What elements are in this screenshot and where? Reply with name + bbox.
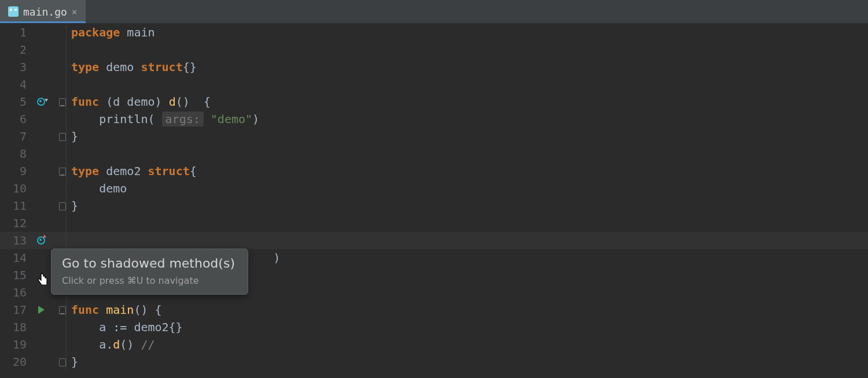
tab-filename: main.go xyxy=(23,6,67,18)
current-line: 13 xyxy=(0,232,868,249)
overriding-method-icon[interactable] xyxy=(37,236,45,244)
tooltip-title: Go to shadowed method(s) xyxy=(62,256,235,270)
overridden-method-icon[interactable] xyxy=(37,98,45,106)
tooltip-description: Click or press ⌘U to navigate xyxy=(62,275,235,286)
fold-icon[interactable] xyxy=(59,98,66,106)
gutter-tooltip: Go to shadowed method(s) Click or press … xyxy=(51,249,248,295)
line-number: 1 xyxy=(0,24,31,41)
gutter[interactable] xyxy=(31,232,67,249)
close-icon[interactable]: × xyxy=(72,6,78,17)
tab-main-go[interactable]: main.go × xyxy=(0,0,86,23)
fold-end-icon[interactable] xyxy=(59,133,66,141)
go-file-icon xyxy=(8,6,19,17)
gutter[interactable] xyxy=(31,301,67,318)
tab-bar: main.go × xyxy=(0,0,868,24)
gutter[interactable] xyxy=(31,24,67,41)
run-icon[interactable] xyxy=(38,306,45,314)
tab-active-indicator xyxy=(0,21,86,23)
fold-end-icon[interactable] xyxy=(59,202,66,210)
pointer-cursor-icon xyxy=(36,272,50,288)
fold-icon[interactable] xyxy=(59,306,66,314)
fold-icon[interactable] xyxy=(59,168,66,176)
code-editor[interactable]: 1 package main 2 3type demo struct{} 4 5… xyxy=(0,24,868,370)
fold-end-icon[interactable] xyxy=(59,358,66,366)
gutter[interactable] xyxy=(31,93,67,110)
parameter-hint: args: xyxy=(162,112,204,127)
code-line: 1 package main xyxy=(0,24,868,41)
